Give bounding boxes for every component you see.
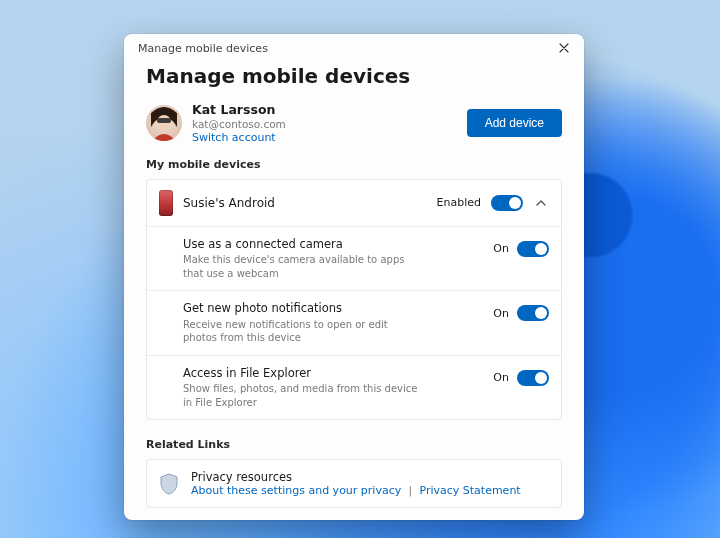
close-button[interactable] — [554, 38, 574, 58]
phone-icon — [159, 190, 173, 216]
device-header-row[interactable]: Susie's Android Enabled — [147, 180, 561, 226]
avatar-image — [146, 105, 182, 141]
related-text: Privacy resources About these settings a… — [191, 470, 521, 497]
window-title: Manage mobile devices — [138, 42, 268, 55]
file-explorer-toggle[interactable] — [517, 370, 549, 386]
option-text: Use as a connected camera Make this devi… — [183, 237, 483, 281]
related-links-label: Related Links — [146, 438, 562, 451]
related-title: Privacy resources — [191, 470, 521, 484]
chevron-up-icon — [536, 198, 546, 208]
account-row: Kat Larsson kat@contoso.com Switch accou… — [146, 102, 562, 144]
photo-notifications-toggle[interactable] — [517, 305, 549, 321]
account-name: Kat Larsson — [192, 102, 286, 118]
add-device-button[interactable]: Add device — [467, 109, 562, 137]
option-title: Get new photo notifications — [183, 301, 483, 317]
svg-rect-2 — [157, 118, 171, 123]
close-icon — [559, 43, 569, 53]
option-text: Get new photo notifications Receive new … — [183, 301, 483, 345]
option-text: Access in File Explorer Show files, phot… — [183, 366, 483, 410]
device-name: Susie's Android — [183, 196, 427, 210]
page-title: Manage mobile devices — [146, 64, 562, 88]
option-title: Access in File Explorer — [183, 366, 483, 382]
privacy-statement-link[interactable]: Privacy Statement — [419, 484, 520, 497]
about-settings-privacy-link[interactable]: About these settings and your privacy — [191, 484, 401, 497]
option-row-connected-camera: Use as a connected camera Make this devi… — [147, 226, 561, 291]
option-controls: On — [493, 366, 549, 386]
option-controls: On — [493, 237, 549, 257]
shield-icon — [159, 473, 179, 495]
option-title: Use as a connected camera — [183, 237, 483, 253]
my-devices-label: My mobile devices — [146, 158, 562, 171]
account-email: kat@contoso.com — [192, 118, 286, 131]
option-row-photo-notifications: Get new photo notifications Receive new … — [147, 290, 561, 355]
device-enable-toggle[interactable] — [491, 195, 523, 211]
account-text: Kat Larsson kat@contoso.com Switch accou… — [192, 102, 286, 144]
related-links-row: About these settings and your privacy | … — [191, 484, 521, 497]
settings-window: Manage mobile devices Manage mobile devi… — [124, 34, 584, 520]
window-content: Manage mobile devices — [124, 62, 584, 520]
option-state-label: On — [493, 371, 509, 384]
device-card: Susie's Android Enabled Use as a connect… — [146, 179, 562, 421]
option-row-file-explorer: Access in File Explorer Show files, phot… — [147, 355, 561, 420]
switch-account-link[interactable]: Switch account — [192, 131, 286, 144]
account-info: Kat Larsson kat@contoso.com Switch accou… — [146, 102, 286, 144]
expand-button[interactable] — [533, 195, 549, 211]
option-controls: On — [493, 301, 549, 321]
option-state-label: On — [493, 242, 509, 255]
related-card: Privacy resources About these settings a… — [146, 459, 562, 508]
device-status-label: Enabled — [437, 196, 481, 209]
option-state-label: On — [493, 307, 509, 320]
option-description: Receive new notifications to open or edi… — [183, 318, 423, 345]
connected-camera-toggle[interactable] — [517, 241, 549, 257]
titlebar: Manage mobile devices — [124, 34, 584, 62]
option-description: Make this device's camera available to a… — [183, 253, 423, 280]
separator: | — [409, 484, 413, 496]
avatar — [146, 105, 182, 141]
option-description: Show files, photos, and media from this … — [183, 382, 423, 409]
